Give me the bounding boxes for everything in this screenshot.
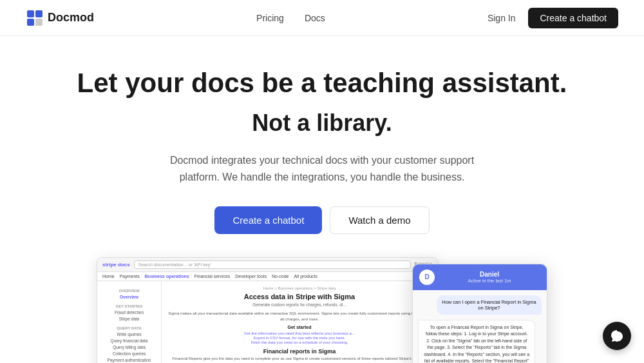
sidebar-section-querydata: QUERY DATA [97,325,161,331]
hero-headline-2: Not a library. [26,110,618,137]
chatbot-panel: D Daniel Active in the last 1m How can I… [412,264,547,363]
sidebar-section-overview: Overview [97,288,161,294]
logo-text: Docmod [48,11,94,25]
logo: Docmod [26,9,94,27]
nav-cta-button[interactable]: Create a chatbot [528,8,618,28]
sidebar-item-writequeries[interactable]: Write queries [97,331,161,338]
stripe-financial-section-title: Financial reports in Sigma [168,348,431,355]
chatbot-header: D Daniel Active in the last 1m [413,264,547,290]
stripe-link-2[interactable]: Export in CSV format, for use with the t… [168,336,431,340]
navbar: Docmod Pricing Docs Sign In Create a cha… [0,0,644,36]
stripe-link-3[interactable]: Fetch the data you need on a schedule of… [168,340,431,344]
stripe-search-placeholder: Search documentation... or 'API key' [138,262,211,267]
stripe-nav-home[interactable]: Home [102,274,115,279]
signin-link[interactable]: Sign In [488,13,516,23]
nav-pricing[interactable]: Pricing [256,13,284,23]
stripe-get-started-label: Get started [168,325,431,329]
chatbot-messages: How can I open a Financial Report in Sig… [413,290,547,363]
stripe-nav-payments[interactable]: Payments [120,274,140,279]
stripe-search[interactable]: Search documentation... or 'API key' [134,260,411,269]
sidebar-item-stripedata[interactable]: Stripe data [97,316,161,322]
stripe-main-subtitle: Generate custom reports for charges, ref… [168,302,431,307]
stripe-nav-business[interactable]: Business operations [145,274,189,279]
chatbot-status: Active in the last 1m [439,278,540,284]
hero-cta-secondary[interactable]: Watch a demo [330,206,429,234]
chat-bubble-icon [610,329,624,343]
chatbot-header-info: Daniel Active in the last 1m [439,271,540,284]
chatbot-name: Daniel [439,271,540,278]
sidebar-item-overview[interactable]: Overview [97,294,161,300]
stripe-sidebar: Overview Overview GET STARTED Fraud dete… [97,281,162,363]
stripe-main-body: Sigma makes all your transactional data … [168,311,431,322]
stripe-topbar: stripe docs Search documentation... or '… [97,258,437,272]
stripe-main-content: Home > Business operations > Stripe data… [162,281,437,363]
floating-chat-button[interactable] [603,322,631,350]
hero-buttons: Create a chatbot Watch a demo [26,206,618,234]
hero-description: Docmod integrates your technical docs wi… [155,152,489,185]
svg-rect-1 [35,10,43,17]
stripe-docs-mock: stripe docs Search documentation... or '… [97,257,438,363]
stripe-financial-body: Financial Reports give you the data you … [168,356,431,363]
hero-cta-primary[interactable]: Create a chatbot [214,206,322,234]
logo-icon [26,9,44,27]
stripe-nav-dev[interactable]: Developer tools [235,274,267,279]
stripe-nav: Home Payments Business operations Financ… [97,272,437,281]
stripe-breadcrumb: Home > Business operations > Stripe data [168,286,431,290]
hero-section: Let your docs be a teaching assistant. N… [0,36,644,363]
stripe-main-title: Access data in Stripe with Sigma [168,293,431,300]
svg-rect-3 [35,19,43,26]
hero-headline-1: Let your docs be a teaching assistant. [26,67,618,99]
screenshot-container: stripe docs Search documentation... or '… [97,257,547,363]
sidebar-item-querybilling[interactable]: Query billing data [97,344,161,351]
sidebar-item-fraud[interactable]: Fraud detection [97,309,161,316]
nav-right: Sign In Create a chatbot [488,8,618,28]
nav-docs[interactable]: Docs [305,13,325,23]
user-message: How can I open a Financial Report in Sig… [437,295,542,315]
stripe-link-1[interactable]: Get the information you need that best r… [168,331,431,335]
stripe-logo: stripe docs [102,262,130,268]
stripe-nav-financial[interactable]: Financial services [194,274,231,279]
chatbot-avatar: D [419,270,435,285]
stripe-nav-all[interactable]: All products [294,274,317,279]
bot-message: To open a Financial Report in Sigma on S… [418,320,535,363]
svg-rect-0 [27,10,34,17]
nav-links: Pricing Docs [256,13,325,23]
sidebar-section-getstarted: GET STARTED [97,303,161,309]
stripe-content: Overview Overview GET STARTED Fraud dete… [97,281,437,363]
sidebar-item-queryfinancial[interactable]: Query financial data [97,338,161,344]
svg-rect-2 [27,19,34,26]
sidebar-item-payauth[interactable]: Payment authentication reports [97,357,161,363]
sidebar-item-collection[interactable]: Collection queries [97,351,161,357]
stripe-nav-nocode[interactable]: No-code [272,274,289,279]
